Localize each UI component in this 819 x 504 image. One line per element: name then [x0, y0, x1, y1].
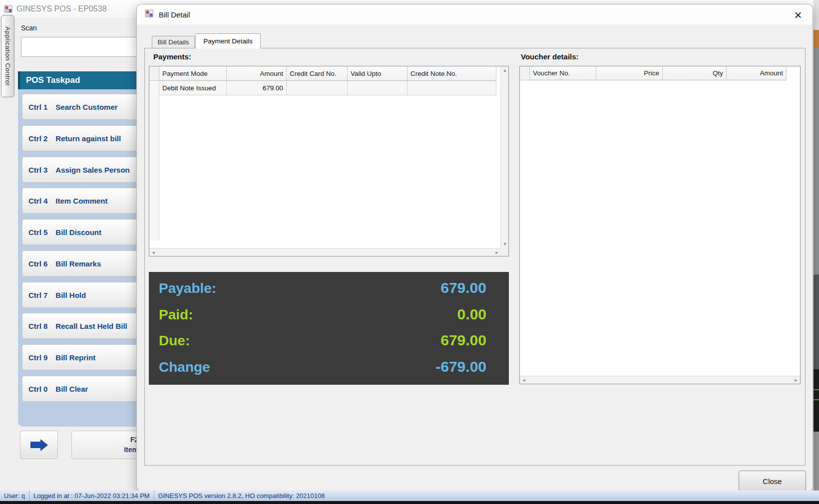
desktop-strip	[814, 389, 819, 390]
scan-label: Scan	[21, 24, 37, 32]
column-header[interactable]: Price	[596, 66, 663, 80]
due-row: Due: 679.00	[159, 332, 486, 349]
desktop-strip	[814, 274, 819, 369]
tab-label: Payment Details	[203, 37, 252, 45]
button-label: Return against bill	[55, 134, 121, 143]
shortcut-key: Ctrl 9	[28, 353, 47, 362]
desktop-strip	[814, 0, 819, 30]
column-header[interactable]: Voucher No.	[530, 66, 596, 80]
shortcut-key: Ctrl 5	[28, 228, 47, 237]
payment-mode-cell: Debit Note Issued	[159, 81, 227, 95]
due-value: 679.00	[440, 332, 486, 349]
taskpad-panel	[18, 71, 143, 427]
scroll-up-icon[interactable]: ▲	[501, 66, 509, 74]
shortcut-key: Ctrl 4	[28, 197, 47, 205]
status-logged-in: Logged in at : 07-Jun-2022 03:21:34 PM	[29, 492, 154, 500]
taskbar-strip	[0, 501, 819, 504]
scroll-left-icon[interactable]: ◄	[149, 249, 157, 256]
voucher-grid: Voucher No. Price Qty Amount ◄ ►	[519, 66, 801, 384]
paid-row: Paid: 0.00	[159, 306, 486, 323]
payment-details-page: Payments: Payment Mode Amount Credit Car…	[144, 48, 806, 466]
payable-value: 679.00	[440, 279, 486, 296]
f2-item-button[interactable]: F2 Item	[71, 431, 142, 459]
taskpad-button-bill-remarks[interactable]: Ctrl 6 Bill Remarks	[22, 251, 141, 276]
close-button[interactable]: Close	[739, 471, 806, 492]
tab-bill-details[interactable]: Bill Details	[152, 36, 195, 48]
dialog-title: Bill Detail	[159, 10, 190, 19]
payments-grid: Payment Mode Amount Credit Card No. Vali…	[149, 66, 509, 256]
change-label: Change	[159, 359, 210, 375]
shortcut-key: Ctrl 6	[28, 259, 47, 268]
payments-vertical-scrollbar[interactable]: ▲ ▼	[500, 66, 508, 248]
tab-payment-details[interactable]: Payment Details	[195, 33, 261, 48]
taskpad-button-recall-last-held-bill[interactable]: Ctrl 8 Recall Last Held Bill	[22, 313, 141, 339]
tab-label: Bill Details	[157, 38, 189, 46]
shortcut-key: Ctrl 1	[28, 103, 47, 111]
status-version: GINESYS POS version 2.8.2, HO compatibil…	[154, 492, 329, 500]
app-icon	[4, 4, 13, 15]
button-label: Item Comment	[55, 197, 107, 205]
button-label: Search Customer	[55, 103, 117, 111]
taskpad-button-return-against-bill[interactable]: Ctrl 2 Return against bill	[22, 125, 141, 151]
taskpad-header-label: POS Taskpad	[26, 75, 80, 85]
desktop-strip	[814, 432, 819, 491]
change-value: -679.00	[435, 358, 486, 375]
taskpad-header: POS Taskpad	[18, 71, 143, 89]
close-icon[interactable]: ×	[791, 7, 806, 22]
column-header[interactable]: Qty	[663, 66, 727, 80]
bill-detail-dialog: Bill Detail × Bill Details Payment Detai…	[136, 4, 813, 492]
taskpad-button-bill-clear[interactable]: Ctrl 0 Bill Clear	[22, 376, 141, 402]
column-header[interactable]: Payment Mode	[159, 66, 227, 81]
scroll-down-icon[interactable]: ▼	[501, 240, 509, 248]
taskpad-button-bill-reprint[interactable]: Ctrl 9 Bill Reprint	[22, 344, 141, 370]
scroll-right-icon[interactable]: ►	[792, 376, 800, 384]
button-label: Bill Hold	[55, 291, 86, 299]
dialog-titlebar: Bill Detail ×	[137, 4, 813, 24]
payable-row: Payable: 679.00	[159, 279, 486, 296]
screen: GINESYS POS - EP0538 Application Control…	[0, 0, 819, 504]
paid-label: Paid:	[159, 307, 193, 323]
scrollbar-corner	[500, 248, 508, 256]
credit-note-no-cell	[408, 81, 496, 95]
button-label: Bill Clear	[55, 385, 88, 393]
payments-grid-header: Payment Mode Amount Credit Card No. Vali…	[149, 66, 508, 81]
amount-cell: 679.00	[227, 81, 287, 95]
scroll-left-icon[interactable]: ◄	[520, 376, 528, 384]
column-header[interactable]: Valid Upto	[348, 66, 408, 81]
scan-input[interactable]	[21, 37, 141, 57]
payments-section-label: Payments:	[153, 52, 191, 61]
change-row: Change -679.00	[159, 358, 486, 375]
status-bar: User: q Logged in at : 07-Jun-2022 03:21…	[0, 491, 819, 501]
totals-panel: Payable: 679.00 Paid: 0.00 Due: 679.00 C…	[149, 272, 509, 385]
taskpad-button-item-comment[interactable]: Ctrl 4 Item Comment	[22, 188, 141, 214]
desktop-strip	[814, 369, 819, 432]
desktop-strip	[814, 30, 819, 47]
desktop-strip	[814, 399, 819, 400]
voucher-horizontal-scrollbar[interactable]: ◄ ►	[520, 376, 800, 384]
application-control-label: Application Control	[4, 26, 11, 86]
next-button[interactable]	[20, 431, 58, 459]
application-control-tab[interactable]: Application Control	[1, 15, 14, 97]
scroll-right-icon[interactable]: ►	[493, 249, 501, 256]
shortcut-key: Ctrl 7	[28, 291, 47, 299]
taskpad-button-assign-sales-person[interactable]: Ctrl 3 Assign Sales Person	[22, 157, 141, 183]
status-user: User: q	[0, 492, 29, 500]
taskpad-button-search-customer[interactable]: Ctrl 1 Search Customer	[22, 94, 141, 120]
right-arrow-icon	[30, 439, 48, 451]
payment-row[interactable]: ▶ Debit Note Issued 679.00	[149, 81, 508, 95]
main-window-title: GINESYS POS - EP0538	[16, 4, 107, 13]
button-label: Assign Sales Person	[55, 166, 129, 174]
taskpad-button-bill-discount[interactable]: Ctrl 5 Bill Discount	[22, 219, 141, 245]
payable-label: Payable:	[159, 280, 216, 296]
shortcut-key: Ctrl 2	[28, 134, 47, 143]
column-header[interactable]: Amount	[727, 66, 787, 80]
column-header[interactable]: Credit Card No.	[287, 66, 348, 81]
column-header[interactable]: Amount	[227, 66, 287, 81]
taskpad-button-bill-hold[interactable]: Ctrl 7 Bill Hold	[22, 282, 141, 308]
payments-horizontal-scrollbar[interactable]: ◄ ►	[149, 248, 501, 256]
paid-value: 0.00	[457, 306, 486, 323]
shortcut-key: Ctrl 0	[28, 385, 47, 393]
column-header[interactable]: Credit Note No.	[408, 66, 496, 81]
button-label: Bill Reprint	[55, 353, 95, 362]
valid-upto-cell	[348, 81, 408, 95]
